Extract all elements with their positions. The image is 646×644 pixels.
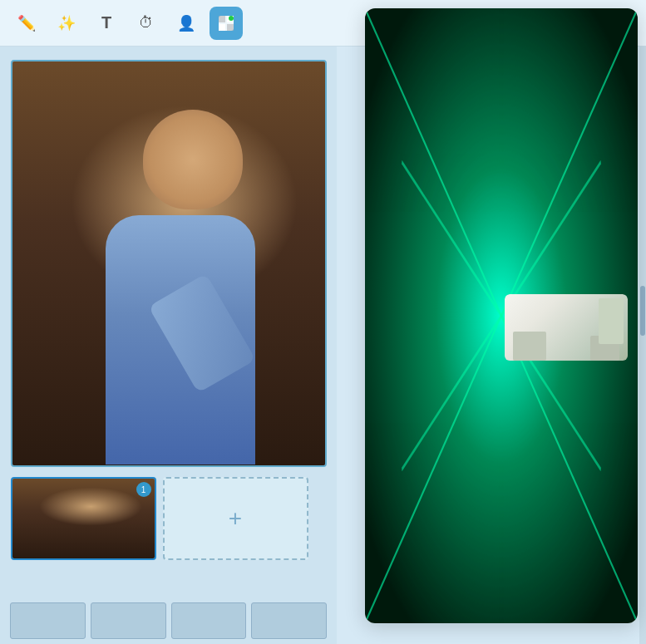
timer-tool-button[interactable]: ⏱ <box>130 7 163 40</box>
scroll-track <box>639 47 646 644</box>
text-tool-button[interactable]: T <box>90 7 123 40</box>
bottom-slide-placeholder-2 <box>91 602 166 639</box>
bottom-slide-placeholder-3 <box>171 602 247 639</box>
magic-tool-button[interactable]: ✨ <box>50 7 83 40</box>
svg-rect-3 <box>219 24 225 31</box>
slide-badge: 1 <box>136 482 151 497</box>
pen-tool-button[interactable]: ✏️ <box>10 7 43 40</box>
person-face <box>143 110 243 209</box>
scroll-thumb[interactable] <box>640 286 645 336</box>
thumbnail-strip: 1 + <box>11 477 327 560</box>
cyber-thumb <box>505 201 628 268</box>
bottom-slide-placeholder-1 <box>10 602 86 639</box>
svg-point-5 <box>229 16 234 21</box>
canvas-area: 1 + <box>0 47 337 644</box>
svg-rect-16 <box>505 201 628 268</box>
slide-1-thumb[interactable]: 1 <box>11 477 156 560</box>
office-thumb <box>505 294 628 361</box>
svg-rect-1 <box>219 16 225 22</box>
canvas-background <box>12 61 325 465</box>
background-tool-button[interactable] <box>210 7 243 40</box>
bottom-slides-strip <box>0 597 337 644</box>
background-grid: Transparent Blur <box>365 98 638 623</box>
background-item-cyber[interactable]: Cyber <box>505 201 628 289</box>
bottom-slide-placeholder-4 <box>251 602 327 639</box>
background-panel: ← Background ✕ Image Video + Transparent <box>365 8 638 623</box>
avatar-tool-button[interactable]: 👤 <box>170 7 203 40</box>
grid-row-2: City Skyline <box>375 201 628 289</box>
add-slide-button[interactable]: + <box>163 477 308 560</box>
main-slide <box>11 60 327 467</box>
svg-rect-4 <box>227 24 234 31</box>
